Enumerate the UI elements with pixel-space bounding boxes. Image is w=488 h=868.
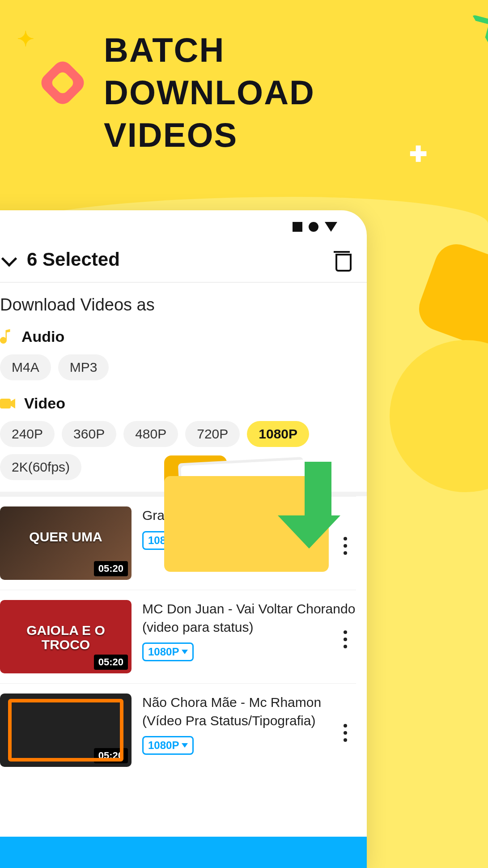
start-download-button[interactable] — [0, 837, 367, 868]
video-thumbnail[interactable]: GAIOLA E O TROCO 05:20 — [0, 600, 132, 673]
thumb-overlay-text: QUER UMA — [0, 530, 132, 544]
triangle-icon — [325, 222, 337, 232]
chevron-down-icon[interactable] — [0, 251, 18, 268]
video-row[interactable]: GAIOLA E O TROCO 05:20 MC Don Juan - Vai… — [0, 590, 356, 683]
thumb-overlay-text: GAIOLA E O TROCO — [0, 623, 132, 651]
format-m4a[interactable]: M4A — [0, 354, 51, 380]
format-2k60[interactable]: 2K(60fps) — [0, 454, 81, 480]
trash-icon[interactable] — [334, 250, 351, 269]
video-label: Video — [24, 395, 65, 412]
folder-download-icon — [164, 455, 329, 572]
section-title: Download Videos as — [0, 283, 356, 323]
video-meta: Não Chora Mãe - Mc Rhamon (Vídeo Pra Sta… — [142, 694, 356, 767]
video-thumbnail[interactable]: QUER UMA 05:20 — [0, 506, 132, 580]
chevron-down-icon — [182, 650, 188, 654]
page-title: BATCH DOWNLOAD VIDEOS — [104, 29, 315, 156]
audio-category: Audio — [0, 323, 356, 351]
format-480p[interactable]: 480P — [123, 421, 178, 447]
quality-label: 1080P — [148, 646, 179, 658]
duration-badge: 05:20 — [94, 561, 128, 576]
status-indicators — [293, 222, 337, 232]
square-icon — [293, 222, 302, 232]
audio-label: Audio — [21, 328, 64, 345]
video-title: Não Chora Mãe - Mc Rhamon (Vídeo Pra Sta… — [142, 694, 356, 730]
video-thumbnail[interactable]: 05:20 — [0, 694, 132, 767]
audio-format-pills: M4A MP3 — [0, 351, 356, 389]
video-title: MC Don Juan - Vai Voltar Chorando (video… — [142, 600, 356, 636]
plus-icon: ✚ — [409, 141, 427, 166]
selection-header: 6 Selected — [0, 224, 356, 282]
format-240p[interactable]: 240P — [0, 421, 55, 447]
format-360p[interactable]: 360P — [62, 421, 116, 447]
quality-selector[interactable]: 1080P — [142, 642, 194, 661]
format-720p[interactable]: 720P — [185, 421, 240, 447]
play-icon — [466, 14, 488, 44]
selected-count: 6 Selected — [27, 249, 120, 270]
format-1080p[interactable]: 1080P — [247, 421, 309, 447]
video-row[interactable]: 05:20 Não Chora Mãe - Mc Rhamon (Vídeo P… — [0, 683, 356, 777]
quality-label: 1080P — [148, 739, 179, 752]
format-mp3[interactable]: MP3 — [58, 354, 109, 380]
more-icon[interactable] — [344, 537, 347, 555]
diamond-icon — [37, 57, 88, 108]
plus-icon: ✦ — [17, 27, 34, 51]
video-meta: MC Don Juan - Vai Voltar Chorando (video… — [142, 600, 356, 673]
video-camera-icon — [0, 398, 16, 409]
download-arrow-icon — [296, 462, 340, 549]
video-category: Video — [0, 389, 356, 417]
more-icon[interactable] — [344, 724, 347, 742]
quality-selector[interactable]: 1080P — [142, 736, 194, 755]
duration-badge: 05:20 — [94, 655, 128, 670]
more-icon[interactable] — [344, 630, 347, 648]
svg-rect-0 — [0, 399, 11, 408]
circle-icon — [309, 222, 318, 232]
music-note-icon — [0, 329, 13, 345]
duration-badge: 05:20 — [94, 748, 128, 763]
chevron-down-icon — [182, 743, 188, 748]
